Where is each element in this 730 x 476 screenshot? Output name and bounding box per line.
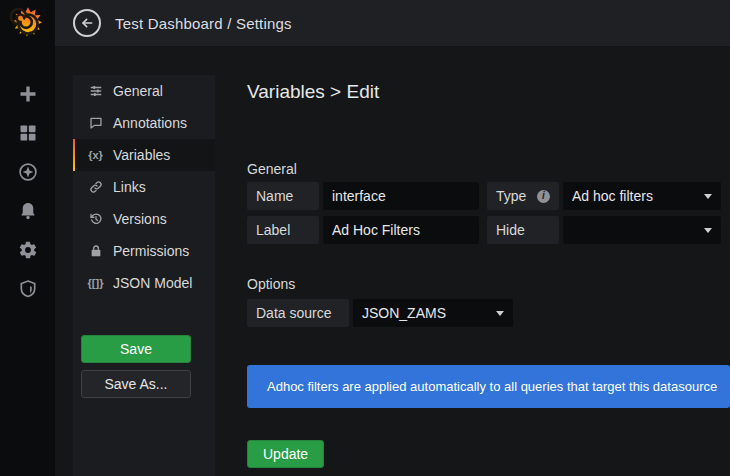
datasource-select-value: JSON_ZAMS xyxy=(362,305,496,321)
configuration-icon[interactable] xyxy=(17,239,39,261)
nav-item-general[interactable]: General xyxy=(73,75,215,107)
type-field-label: Type i xyxy=(487,182,559,210)
json-icon: {[]} xyxy=(87,277,104,289)
general-form: Name Type i Ad hoc filters Label Hide xyxy=(247,182,722,250)
variables-edit-heading: Variables > Edit xyxy=(247,81,379,103)
nav-item-variables[interactable]: {x} Variables xyxy=(73,139,215,171)
save-button[interactable]: Save xyxy=(81,335,191,363)
form-row-label-hide: Label Hide xyxy=(247,216,722,244)
label-field-label: Label xyxy=(247,216,319,244)
nav-item-label: Annotations xyxy=(113,115,187,131)
label-input[interactable] xyxy=(323,216,479,244)
back-button[interactable] xyxy=(73,9,101,37)
update-button[interactable]: Update xyxy=(247,440,324,468)
name-field-label: Name xyxy=(247,182,319,210)
options-section-heading: Options xyxy=(247,276,295,292)
explore-icon[interactable] xyxy=(17,161,39,183)
form-row-datasource: Data source JSON_ZAMS xyxy=(247,299,513,327)
comment-icon xyxy=(87,116,104,130)
nav-item-label: Links xyxy=(113,179,146,195)
nav-item-label: Versions xyxy=(113,211,167,227)
dashboard-settings-header: Test Dashboard / Settings xyxy=(55,0,730,47)
save-as-button[interactable]: Save As... xyxy=(81,370,191,398)
nav-item-permissions[interactable]: Permissions xyxy=(73,235,215,267)
form-row-name-type: Name Type i Ad hoc filters xyxy=(247,182,722,210)
nav-item-label: General xyxy=(113,83,163,99)
settings-nav: General Annotations {x} Variables Links xyxy=(73,75,215,476)
datasource-select[interactable]: JSON_ZAMS xyxy=(353,299,513,327)
chevron-down-icon xyxy=(496,311,504,316)
nav-item-json-model[interactable]: {[]} JSON Model xyxy=(73,267,215,299)
nav-item-label: Permissions xyxy=(113,243,189,259)
nav-item-label: JSON Model xyxy=(113,275,192,291)
type-select-value: Ad hoc filters xyxy=(572,188,704,204)
info-icon[interactable]: i xyxy=(537,190,550,203)
datasource-field-label: Data source xyxy=(247,299,349,327)
variables-icon: {x} xyxy=(87,149,104,161)
dashboards-icon[interactable] xyxy=(17,122,39,144)
sliders-icon xyxy=(87,84,104,98)
link-icon xyxy=(87,180,104,194)
hide-select[interactable] xyxy=(563,216,721,244)
variable-editor: Variables > Edit General Name Type i Ad … xyxy=(247,75,730,476)
chevron-down-icon xyxy=(704,228,712,233)
history-icon xyxy=(87,212,104,226)
page-title: Test Dashboard / Settings xyxy=(115,15,292,32)
alerting-icon[interactable] xyxy=(17,200,39,222)
type-label-text: Type xyxy=(496,182,526,210)
general-section-heading: General xyxy=(247,161,297,177)
chevron-down-icon xyxy=(704,194,712,199)
grafana-logo-icon[interactable] xyxy=(9,5,47,43)
nav-item-label: Variables xyxy=(113,147,170,163)
adhoc-info-banner: Adhoc filters are applied automatically … xyxy=(247,365,730,408)
type-select[interactable]: Ad hoc filters xyxy=(563,182,721,210)
lock-icon xyxy=(87,244,104,258)
nav-item-links[interactable]: Links xyxy=(73,171,215,203)
datasource-form: Data source JSON_ZAMS xyxy=(247,299,513,333)
hide-label-text: Hide xyxy=(496,216,525,244)
hide-field-label: Hide xyxy=(487,216,559,244)
side-menu xyxy=(0,0,55,476)
nav-item-annotations[interactable]: Annotations xyxy=(73,107,215,139)
add-icon[interactable] xyxy=(17,83,39,105)
nav-item-versions[interactable]: Versions xyxy=(73,203,215,235)
name-input[interactable] xyxy=(323,182,479,210)
server-admin-shield-icon[interactable] xyxy=(17,278,39,300)
